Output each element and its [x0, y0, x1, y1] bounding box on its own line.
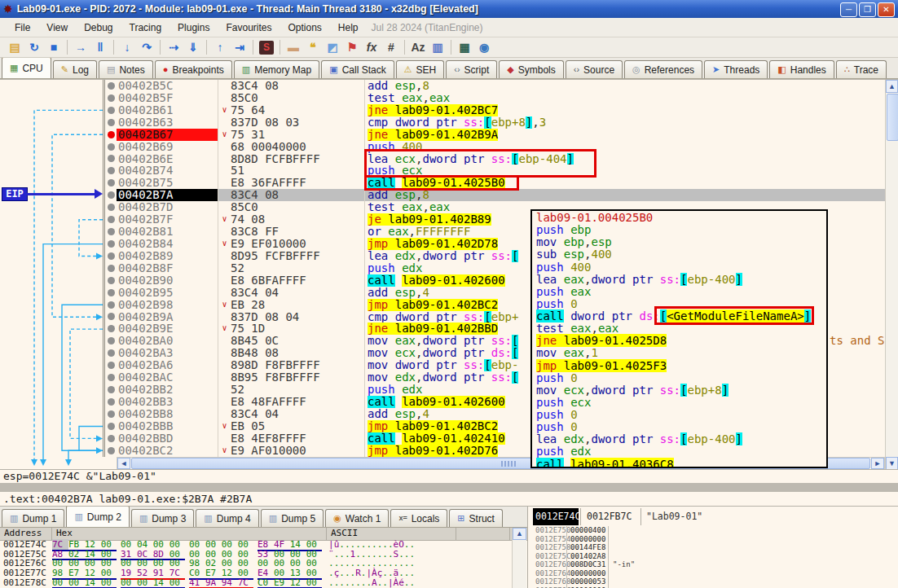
menu-item-debug[interactable]: Debug: [76, 20, 121, 36]
restart-icon[interactable]: ↻: [24, 39, 44, 56]
gutter-dot[interactable]: [108, 301, 115, 309]
tab-trace[interactable]: ∴Trace: [836, 60, 887, 78]
internet-icon[interactable]: ◉: [474, 39, 494, 56]
menu-item-tracing[interactable]: Tracing: [121, 20, 170, 36]
tab-notes[interactable]: ▤Notes: [99, 60, 153, 78]
breakpoint-gutter[interactable]: [103, 299, 117, 311]
breakpoint-gutter[interactable]: [103, 165, 117, 177]
hex-dump-pane[interactable]: AddressHexASCII 0012E74C7C FB 12 0000 04…: [0, 528, 527, 588]
seh-chain-icon[interactable]: S: [259, 41, 274, 55]
run-icon[interactable]: →: [71, 39, 90, 56]
open-file-icon[interactable]: ▤: [5, 39, 24, 56]
tab-breakpoints[interactable]: ●Breakpoints: [155, 60, 232, 78]
tab-dump-4[interactable]: ▥Dump 4: [196, 509, 258, 527]
disasm-row[interactable]: 00402B6E8D8D FCFBFFFFlea ecx,dword ptr s…: [103, 153, 885, 165]
breakpoint-gutter[interactable]: [103, 371, 117, 384]
gutter-dot[interactable]: [108, 265, 115, 272]
disasm-row[interactable]: 00402B5C83C4 08add esp,8: [103, 80, 885, 92]
comments-icon[interactable]: ❝: [303, 39, 323, 56]
step-over-icon[interactable]: ↷: [137, 39, 156, 56]
disasm-row[interactable]: 00402B61∨75 64jne lab09-01.402BC7: [103, 104, 885, 116]
scroll-left-icon[interactable]: ◄: [117, 458, 130, 469]
tab-log[interactable]: ✎Log: [53, 60, 97, 78]
disasm-row[interactable]: 00402B67∨75 31jne lab09-01.402B9A: [103, 129, 885, 141]
gutter-dot[interactable]: [108, 374, 115, 381]
breakpoint-gutter[interactable]: [103, 420, 117, 432]
breakpoint-gutter[interactable]: [103, 213, 117, 226]
menu-item-options[interactable]: Options: [280, 20, 329, 36]
step-into-icon[interactable]: ↓: [117, 39, 137, 56]
breakpoint-gutter[interactable]: [103, 408, 117, 420]
menu-item-view[interactable]: View: [38, 20, 76, 36]
disasm-row[interactable]: 00402B63837D 08 03cmp dword ptr ss:[ebp+…: [103, 116, 885, 129]
menu-item-plugins[interactable]: Plugins: [169, 20, 218, 36]
tab-source[interactable]: ‹›Source: [566, 60, 623, 78]
hash-icon[interactable]: #: [381, 39, 401, 56]
breakpoint-gutter[interactable]: [103, 250, 117, 262]
scroll-right-icon[interactable]: ►: [871, 458, 884, 469]
tab-struct[interactable]: ⊞Struct: [449, 509, 503, 527]
tab-dump-5[interactable]: ▥Dump 5: [261, 509, 324, 527]
stack-row[interactable]: 0012E75800144FE8: [528, 543, 898, 552]
gutter-dot[interactable]: [108, 277, 115, 284]
stack-row-selected[interactable]: 0012E74C 0012FB7C "Lab09-01": [528, 508, 702, 525]
breakpoint-gutter[interactable]: [103, 177, 117, 189]
tab-call-stack[interactable]: ▣Call Stack: [321, 60, 394, 78]
minimize-button[interactable]: ─: [840, 2, 857, 17]
breakpoint-gutter[interactable]: [103, 189, 117, 201]
breakpoint-gutter[interactable]: [103, 153, 117, 165]
gutter-dot[interactable]: [108, 119, 115, 126]
tab-handles[interactable]: ◧Handles: [769, 60, 834, 78]
maximize-button[interactable]: ❐: [859, 2, 876, 17]
gutter-dot[interactable]: [108, 398, 115, 406]
step-out-icon[interactable]: ⇓: [183, 39, 203, 56]
gutter-dot[interactable]: [108, 228, 115, 235]
breakpoint-gutter[interactable]: [103, 359, 117, 371]
menu-item-file[interactable]: File: [7, 20, 38, 36]
tab-dump-2[interactable]: ▥Dump 2: [66, 507, 129, 527]
gutter-dot[interactable]: [108, 216, 115, 223]
tab-symbols[interactable]: ◆Symbols: [499, 60, 563, 78]
tab-memory-map[interactable]: ▥Memory Map: [234, 60, 319, 78]
pause-icon[interactable]: ‖: [90, 39, 110, 56]
stack-pane[interactable]: 0012E74C 0012FB7C "Lab09-01" 0012E750000…: [527, 507, 898, 588]
breakpoint-gutter[interactable]: [103, 287, 117, 299]
calculator-icon[interactable]: ▦: [455, 39, 474, 56]
gutter-dot[interactable]: [108, 252, 115, 260]
breakpoint-gutter[interactable]: [103, 129, 117, 141]
breakpoint-gutter[interactable]: [103, 347, 117, 359]
dump-scroll-up-icon[interactable]: ▲: [513, 528, 526, 540]
gutter-dot[interactable]: [108, 447, 115, 454]
breakpoint-gutter[interactable]: [103, 323, 117, 335]
gutter-dot[interactable]: [108, 155, 115, 162]
breakpoint-gutter[interactable]: [103, 335, 117, 347]
menu-item-help[interactable]: Help: [330, 20, 367, 36]
disasm-row[interactable]: 00402B7451push ecx: [103, 165, 885, 177]
gutter-dot[interactable]: [108, 349, 115, 357]
gutter-dot[interactable]: [108, 143, 115, 151]
patches-icon[interactable]: ▬: [284, 39, 303, 56]
breakpoint-gutter[interactable]: [103, 201, 117, 213]
stack-row[interactable]: 0012E75000000400: [528, 526, 898, 535]
bookmarks-icon[interactable]: ⚑: [342, 39, 362, 56]
dump-vertical-scrollbar[interactable]: ▲: [512, 528, 526, 588]
tab-dump-1[interactable]: ▥Dump 1: [2, 509, 64, 527]
tab-seh[interactable]: ⚠SEH: [396, 60, 445, 78]
disasm-row[interactable]: 00402B5F85C0test eax,eax: [103, 92, 885, 104]
run-to-user-code-icon[interactable]: ⇢: [164, 39, 183, 56]
gutter-dot[interactable]: [108, 107, 115, 114]
tab-script[interactable]: ‹›Script: [446, 60, 497, 78]
gutter-dot[interactable]: [108, 337, 115, 344]
gutter-dot[interactable]: [108, 167, 115, 174]
run-until-user-icon[interactable]: ⇥: [230, 39, 249, 56]
stack-row[interactable]: 0012E75400000000: [528, 535, 898, 544]
breakpoint-gutter[interactable]: [103, 445, 117, 457]
gutter-dot[interactable]: [108, 82, 115, 90]
breakpoint-gutter[interactable]: [103, 384, 117, 396]
breakpoint-gutter[interactable]: [103, 311, 117, 323]
stack-row[interactable]: 0012E76400000000: [528, 569, 898, 578]
gutter-dot[interactable]: [108, 204, 115, 211]
disasm-row[interactable]: 00402B75E8 36FAFFFFcall lab09-01.4025B0: [103, 177, 885, 189]
tab-dump-3[interactable]: ▥Dump 3: [131, 509, 194, 527]
gutter-dot[interactable]: [108, 386, 115, 393]
